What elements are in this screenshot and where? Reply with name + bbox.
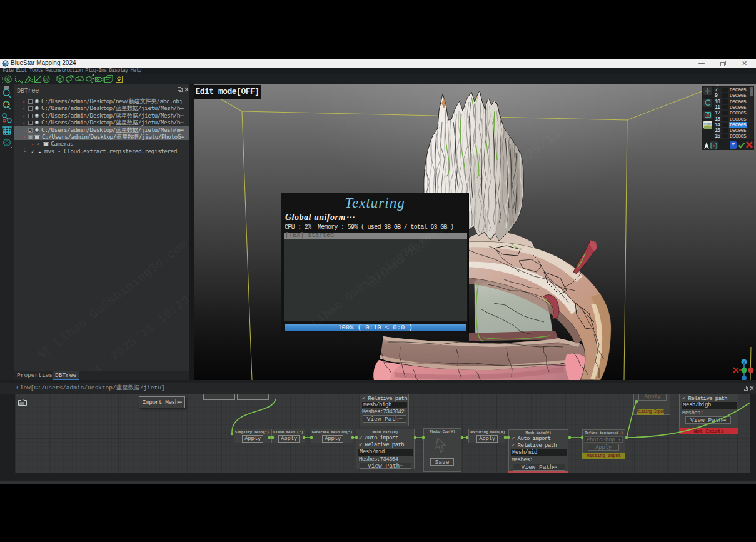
svg-text:Z: Z — [743, 360, 745, 365]
svg-text:UV: UV — [44, 78, 49, 82]
